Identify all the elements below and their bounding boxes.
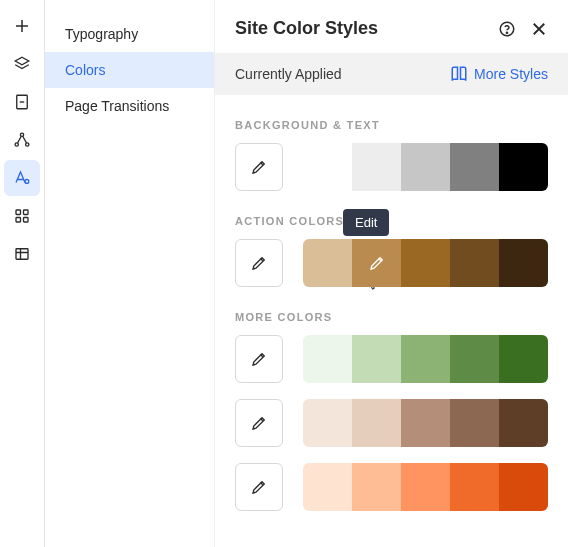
pencil-icon [250,414,268,432]
color-swatch[interactable] [499,335,548,383]
panel-title: Site Color Styles [235,18,378,39]
color-swatch[interactable] [401,399,450,447]
edit-tooltip: Edit [343,209,389,236]
svg-point-3 [26,143,29,146]
pencil-icon [352,239,401,287]
svg-rect-5 [16,210,21,215]
svg-rect-6 [24,210,29,215]
swatch-strip [303,335,548,383]
pencil-icon [250,478,268,496]
add-icon[interactable] [4,8,40,44]
svg-point-11 [506,32,507,33]
panel-header-actions [498,20,548,38]
color-swatch[interactable] [401,463,450,511]
sidenav-colors[interactable]: Colors [45,52,214,88]
color-swatch[interactable] [303,399,352,447]
swatch-strip [303,239,548,287]
color-swatch[interactable] [499,239,548,287]
left-rail [0,0,45,547]
apps-grid-icon[interactable] [4,198,40,234]
sidenav-page-transitions[interactable]: Page Transitions [45,88,214,124]
group-label: MORE COLORS [235,311,548,323]
color-swatch[interactable] [450,399,499,447]
styles-icon[interactable] [4,160,40,196]
svg-point-4 [25,180,29,184]
close-icon[interactable] [530,20,548,38]
color-swatch[interactable] [352,239,401,287]
color-swatch[interactable] [499,399,548,447]
color-swatch[interactable] [303,335,352,383]
pencil-icon [250,350,268,368]
color-swatch[interactable] [352,143,401,191]
connections-icon[interactable] [4,122,40,158]
applied-label: Currently Applied [235,66,342,82]
color-swatch[interactable] [303,463,352,511]
group-action-colors: ACTION COLORSEdit [235,215,548,287]
color-row [235,143,548,191]
group-more-colors: MORE COLORS [235,311,548,511]
pencil-icon [250,254,268,272]
more-styles-label: More Styles [474,66,548,82]
color-row [235,399,548,447]
sidenav-item-label: Typography [65,26,138,42]
color-row: Edit [235,239,548,287]
color-swatch[interactable] [303,239,352,287]
edit-row-button[interactable] [235,335,283,383]
table-icon[interactable] [4,236,40,272]
group-background-text: BACKGROUND & TEXT [235,119,548,191]
page-icon[interactable] [4,84,40,120]
color-swatch[interactable] [499,143,548,191]
panel-header: Site Color Styles [215,0,568,53]
color-swatch[interactable] [303,143,352,191]
color-swatch[interactable] [450,239,499,287]
layers-icon[interactable] [4,46,40,82]
applied-bar: Currently Applied More Styles [215,53,568,95]
svg-rect-7 [16,218,21,223]
edit-row-button[interactable] [235,399,283,447]
swatch-strip [303,399,548,447]
color-swatch[interactable] [499,463,548,511]
color-swatch[interactable] [450,335,499,383]
group-label: BACKGROUND & TEXT [235,119,548,131]
color-swatch[interactable] [401,239,450,287]
help-icon[interactable] [498,20,516,38]
sidenav-typography[interactable]: Typography [45,16,214,52]
color-swatch[interactable] [401,335,450,383]
sidenav-item-label: Page Transitions [65,98,169,114]
svg-rect-8 [24,218,29,223]
color-swatch[interactable] [450,143,499,191]
groups-container: BACKGROUND & TEXTACTION COLORSEditMORE C… [215,95,568,547]
color-swatch[interactable] [352,399,401,447]
edit-row-button[interactable] [235,143,283,191]
color-swatch[interactable] [450,463,499,511]
group-label: ACTION COLORS [235,215,548,227]
swatch-strip [303,143,548,191]
sidenav-item-label: Colors [65,62,105,78]
book-icon [450,65,468,83]
color-row [235,463,548,511]
color-swatch[interactable] [401,143,450,191]
svg-point-1 [20,133,23,136]
color-swatch[interactable] [352,335,401,383]
svg-point-2 [15,143,18,146]
panel: Site Color Styles Currently Applied More… [215,0,568,547]
color-swatch[interactable] [352,463,401,511]
color-row [235,335,548,383]
svg-rect-9 [16,249,28,260]
edit-row-button[interactable] [235,463,283,511]
pencil-icon [250,158,268,176]
side-nav: TypographyColorsPage Transitions [45,0,215,547]
swatch-strip [303,463,548,511]
more-styles-link[interactable]: More Styles [450,65,548,83]
edit-row-button[interactable] [235,239,283,287]
